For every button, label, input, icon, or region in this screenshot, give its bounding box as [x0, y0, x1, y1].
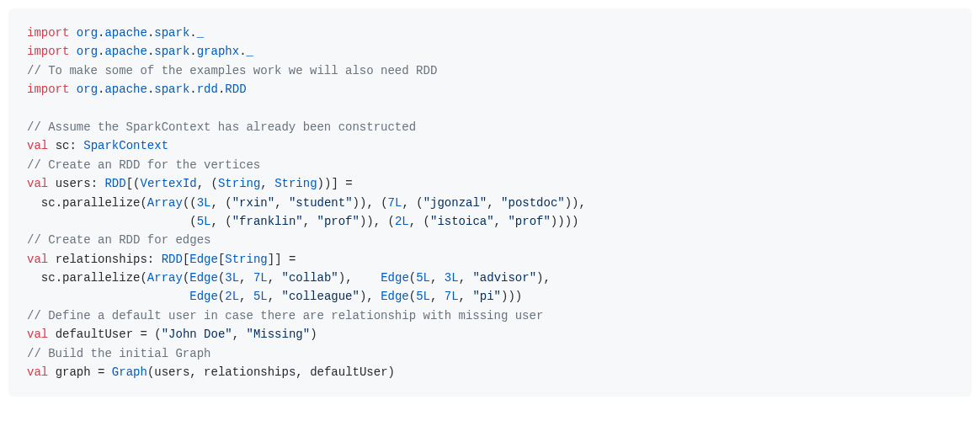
text: [246, 290, 253, 303]
comment: // Create an RDD for edges: [27, 233, 210, 247]
type-rdd: RDD: [104, 177, 125, 190]
lparen: (: [154, 328, 161, 341]
lparen: (: [409, 271, 416, 285]
num-3l: 3L: [197, 196, 211, 210]
text: [48, 365, 55, 379]
indent: [27, 215, 189, 228]
eq: =: [345, 177, 352, 190]
text: [91, 365, 98, 379]
text: [310, 215, 317, 228]
text: [77, 139, 83, 152]
pkg-org: org: [77, 45, 98, 58]
keyword-import: import: [27, 26, 69, 40]
comment: // Create an RDD for the vertices: [27, 158, 260, 172]
num-5l: 5L: [416, 271, 430, 285]
rbrack: ]: [274, 253, 281, 266]
pkg-org: org: [77, 83, 98, 96]
lparen: (: [189, 196, 196, 210]
text: [239, 328, 246, 341]
comma: ,: [303, 215, 310, 228]
text: [274, 271, 281, 285]
keyword-val: val: [27, 177, 48, 190]
comma: ,: [459, 271, 466, 285]
rparen: ): [515, 290, 522, 303]
text: [494, 196, 501, 210]
dot: .: [56, 271, 62, 285]
type-vertexid: VertexId: [140, 177, 196, 190]
pkg-spark: spark: [154, 83, 189, 96]
rparen: ): [572, 215, 578, 228]
type-edge: Edge: [189, 253, 218, 266]
comma: ,: [366, 290, 373, 303]
dot: .: [189, 26, 196, 40]
comma: ,: [366, 196, 373, 210]
comma: ,: [345, 271, 352, 285]
type-string: String: [274, 177, 317, 190]
str-postdoc: "postdoc": [501, 196, 565, 210]
id-sc: sc: [41, 271, 56, 285]
dot: .: [189, 83, 196, 96]
text: [303, 365, 310, 379]
str-istoica: "istoica": [430, 215, 494, 228]
id-sc: sc: [56, 139, 70, 152]
colon: :: [69, 139, 76, 152]
wildcard: _: [247, 45, 253, 58]
keyword-val: val: [27, 328, 48, 341]
text: [374, 196, 381, 210]
rparen: ): [565, 215, 572, 228]
comment: // Assume the SparkContext has already b…: [27, 120, 416, 134]
comma: ,: [260, 177, 267, 190]
pkg-apache: apache: [104, 45, 146, 58]
keyword-val: val: [27, 253, 48, 266]
comma: ,: [268, 271, 274, 285]
text: [437, 271, 444, 285]
id-defaultuser: defaultUser: [56, 328, 133, 341]
id-relationships: relationships: [204, 365, 296, 379]
rparen: ): [551, 215, 557, 228]
str-prof: "prof": [508, 215, 550, 228]
num-5l: 5L: [253, 290, 268, 303]
rparen: ): [366, 215, 373, 228]
indent: [27, 271, 41, 285]
text: [268, 177, 274, 190]
str-franklin: "franklin": [232, 215, 303, 228]
str-advisor: "advisor": [472, 271, 536, 285]
type-graph: Graph: [112, 365, 147, 379]
pkg-apache: apache: [104, 83, 146, 96]
text: [48, 139, 55, 152]
text: [381, 215, 387, 228]
num-7l: 7L: [253, 271, 268, 285]
method-parallelize: parallelize: [62, 271, 140, 285]
rparen: ): [572, 196, 578, 210]
num-7l: 7L: [445, 290, 459, 303]
id-users: users: [154, 365, 189, 379]
comma: ,: [239, 271, 246, 285]
str-prof: "prof": [317, 215, 360, 228]
str-collab: "collab": [282, 271, 338, 285]
str-rxin: "rxin": [232, 196, 274, 210]
lbrack: [: [126, 177, 133, 190]
str-jgonzal: "jgonzal": [423, 196, 487, 210]
num-2l: 2L: [225, 290, 239, 303]
rparen: ): [508, 290, 514, 303]
comma: ,: [579, 196, 586, 210]
code-content: import org.apache.spark._ import org.apa…: [27, 24, 953, 381]
text: [48, 253, 55, 266]
str-pi: "pi": [472, 290, 501, 303]
keyword-import: import: [27, 83, 69, 96]
rparen: ): [565, 196, 572, 210]
type-array: Array: [147, 196, 183, 210]
comma: ,: [189, 365, 196, 379]
comma: ,: [211, 196, 218, 210]
id-relationships: relationships: [56, 253, 147, 266]
comma: ,: [268, 290, 274, 303]
colon: :: [147, 253, 154, 266]
comma: ,: [487, 196, 493, 210]
num-5l: 5L: [416, 290, 430, 303]
text: [353, 271, 381, 285]
type-edge: Edge: [189, 290, 218, 303]
type-edge: Edge: [381, 290, 409, 303]
comment: // Build the initial Graph: [27, 347, 210, 360]
type-edge: Edge: [381, 271, 409, 285]
text: [69, 26, 76, 40]
